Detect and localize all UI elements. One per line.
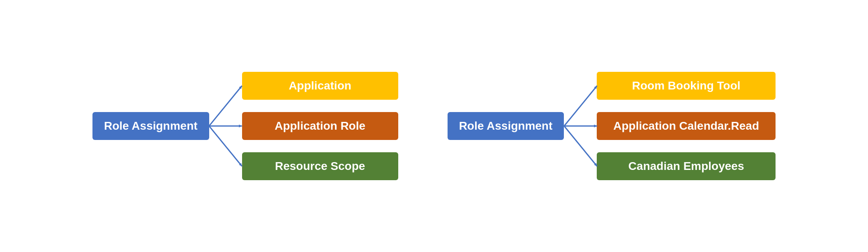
svg-marker-5 <box>239 163 242 166</box>
diagram1-source-box: Role Assignment <box>92 112 209 140</box>
svg-marker-3 <box>239 125 242 128</box>
svg-line-4 <box>209 126 242 166</box>
diagram2-targets: Room Booking Tool Application Calendar.R… <box>597 72 776 180</box>
svg-marker-7 <box>594 86 597 89</box>
diagram1-target-role: Application Role <box>242 112 398 140</box>
diagram1-source-label: Role Assignment <box>104 119 198 132</box>
diagram2-source-box: Role Assignment <box>448 112 564 140</box>
diagram-2: Role Assignment Room Booking Tool Applic… <box>448 72 776 180</box>
svg-marker-1 <box>239 86 242 89</box>
diagram2-target-employees: Canadian Employees <box>597 152 776 180</box>
svg-marker-9 <box>594 125 597 128</box>
diagram1-targets: Application Application Role Resource Sc… <box>242 72 398 180</box>
diagram1-target-application: Application <box>242 72 398 100</box>
svg-line-10 <box>564 126 597 166</box>
diagram1-target-scope: Resource Scope <box>242 152 398 180</box>
diagrams-container: Role Assignment Application Application … <box>0 0 868 252</box>
diagram2-target-room: Room Booking Tool <box>597 72 776 100</box>
diagram2-target-calendar: Application Calendar.Read <box>597 112 776 140</box>
diagram2-source-label: Role Assignment <box>459 119 553 132</box>
svg-line-6 <box>564 86 597 126</box>
svg-marker-11 <box>594 163 597 166</box>
svg-line-0 <box>209 86 242 126</box>
diagram-1: Role Assignment Application Application … <box>92 72 398 180</box>
